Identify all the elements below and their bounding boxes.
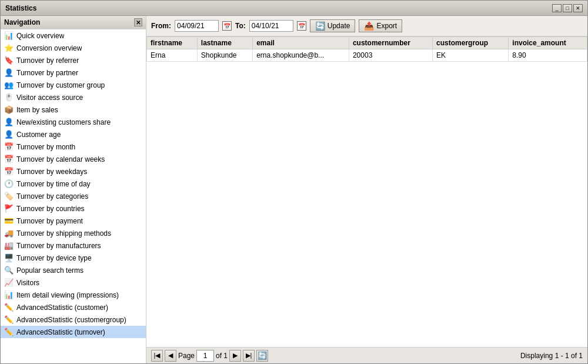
sidebar-close-button[interactable]: ✕ [134, 18, 142, 26]
turnover-payment-icon: 💳 [4, 216, 14, 225]
advanced-customergroup-label: AdvancedStatistic (customergroup) [16, 316, 126, 324]
turnover-month-label: Turnover by month [16, 143, 75, 151]
item-detail-label: Item detail viewing (impressions) [16, 291, 119, 299]
col-header-firstname: firstname [147, 37, 198, 49]
status-text: Displaying 1 - 1 of 1 [520, 352, 583, 360]
sidebar-item-turnover-customer-group[interactable]: 👥Turnover by customer group [1, 79, 146, 91]
refresh-button[interactable]: 🔄 [256, 350, 268, 362]
item-by-sales-icon: 📦 [4, 105, 14, 114]
sidebar-item-turnover-partner[interactable]: 👤Turnover by partner [1, 66, 146, 79]
prev-page-button[interactable]: ◀ [165, 350, 176, 362]
main-area: From: 📅 To: 📅 🔄 Update 📤 Export [146, 16, 587, 363]
page-label: Page [178, 352, 195, 360]
cell-lastname: Shopkunde [197, 49, 252, 62]
sidebar-item-popular-search[interactable]: 🔍Popular search terms [1, 264, 146, 276]
close-button[interactable]: ✕ [573, 4, 583, 12]
table-body: ErnaShopkundeerna.shopkunde@b...20003EK8… [147, 49, 587, 62]
from-calendar-icon[interactable]: 📅 [222, 21, 232, 31]
advanced-customer-icon: ✏️ [4, 303, 14, 312]
turnover-weekdays-icon: 📅 [4, 167, 14, 176]
item-by-sales-label: Item by sales [16, 106, 58, 114]
export-icon: 📤 [364, 21, 374, 31]
sidebar-item-advanced-customergroup[interactable]: ✏️AdvancedStatistic (customergroup) [1, 313, 146, 326]
from-date-input[interactable] [175, 20, 219, 32]
sidebar-item-customer-age[interactable]: 👤Customer age [1, 128, 146, 141]
sidebar-item-item-by-sales[interactable]: 📦Item by sales [1, 103, 146, 116]
customer-age-icon: 👤 [4, 130, 14, 139]
update-icon: 🔄 [315, 21, 325, 31]
sidebar-header: Navigation ✕ [1, 16, 146, 29]
new-existing-customers-label: New/existing customers share [16, 118, 111, 126]
turnover-device-label: Turnover by device type [16, 254, 92, 262]
next-page-button[interactable]: ▶ [229, 350, 241, 362]
turnover-countries-label: Turnover by countries [16, 205, 85, 213]
turnover-referrer-label: Turnover by referrer [16, 56, 79, 65]
cell-firstname: Erna [147, 49, 198, 62]
table-header-row: firstnamelastnameemailcustomernumbercust… [147, 37, 587, 49]
sidebar-item-visitors[interactable]: 📈Visitors [1, 276, 146, 289]
turnover-categories-icon: 🏷️ [4, 192, 14, 201]
sidebar-item-advanced-turnover[interactable]: ✏️AdvancedStatistic (turnover) [1, 326, 146, 338]
turnover-customer-group-icon: 👥 [4, 81, 14, 89]
sidebar-item-turnover-payment[interactable]: 💳Turnover by payment [1, 215, 146, 227]
turnover-weekdays-label: Turnover by weekdays [16, 168, 87, 176]
advanced-turnover-label: AdvancedStatistic (turnover) [16, 328, 105, 336]
sidebar-item-turnover-manufacturers[interactable]: 🏭Turnover by manufacturers [1, 239, 146, 252]
export-button[interactable]: 📤 Export [359, 19, 402, 32]
table-header: firstnamelastnameemailcustomernumbercust… [147, 37, 587, 49]
col-header-customernumber: customernumber [349, 37, 432, 49]
turnover-device-icon: 🖥️ [4, 253, 14, 262]
sidebar-list: 📊Quick overview⭐Conversion overview🔖Turn… [1, 29, 146, 363]
sidebar-item-conversion-overview[interactable]: ⭐Conversion overview [1, 42, 146, 54]
turnover-month-icon: 📅 [4, 142, 14, 151]
turnover-countries-icon: 🚩 [4, 204, 14, 213]
toolbar: From: 📅 To: 📅 🔄 Update 📤 Export [146, 16, 587, 36]
turnover-manufacturers-icon: 🏭 [4, 241, 14, 250]
sidebar-item-advanced-customer[interactable]: ✏️AdvancedStatistic (customer) [1, 301, 146, 313]
title-bar: Statistics _ □ ✕ [1, 1, 587, 16]
item-detail-icon: 📊 [4, 290, 14, 299]
popular-search-label: Popular search terms [16, 266, 83, 275]
advanced-customer-label: AdvancedStatistic (customer) [16, 303, 108, 312]
sidebar-item-visitor-access[interactable]: 🖱️Visitor access source [1, 91, 146, 103]
sidebar-item-turnover-weekdays[interactable]: 📅Turnover by weekdays [1, 165, 146, 178]
sidebar-item-turnover-device[interactable]: 🖥️Turnover by device type [1, 252, 146, 264]
col-header-invoice_amount: invoice_amount [509, 37, 587, 49]
sidebar: Navigation ✕ 📊Quick overview⭐Conversion … [1, 16, 146, 363]
sidebar-header-label: Navigation [4, 18, 40, 26]
turnover-shipping-label: Turnover by shipping methods [16, 229, 111, 238]
sidebar-item-item-detail[interactable]: 📊Item detail viewing (impressions) [1, 289, 146, 301]
export-label: Export [376, 22, 397, 30]
update-button[interactable]: 🔄 Update [310, 19, 356, 32]
sidebar-item-turnover-month[interactable]: 📅Turnover by month [1, 141, 146, 153]
update-label: Update [328, 22, 350, 30]
new-existing-customers-icon: 👤 [4, 118, 14, 126]
first-page-button[interactable]: |◀ [151, 350, 163, 362]
sidebar-item-turnover-categories[interactable]: 🏷️Turnover by categories [1, 190, 146, 202]
turnover-partner-icon: 👤 [4, 68, 14, 77]
sidebar-item-turnover-shipping[interactable]: 🚚Turnover by shipping methods [1, 227, 146, 239]
quick-overview-icon: 📊 [4, 31, 14, 40]
sidebar-item-quick-overview[interactable]: 📊Quick overview [1, 29, 146, 42]
page-number-input[interactable] [196, 350, 214, 362]
col-header-lastname: lastname [197, 37, 252, 49]
to-date-input[interactable] [249, 20, 293, 32]
minimize-button[interactable]: _ [552, 4, 562, 12]
to-calendar-icon[interactable]: 📅 [297, 21, 306, 31]
cell-email: erna.shopkunde@b... [253, 49, 349, 62]
turnover-payment-label: Turnover by payment [16, 217, 83, 225]
restore-button[interactable]: □ [563, 4, 572, 12]
sidebar-item-turnover-time-of-day[interactable]: 🕐Turnover by time of day [1, 178, 146, 190]
sidebar-item-turnover-referrer[interactable]: 🔖Turnover by referrer [1, 54, 146, 66]
sidebar-item-turnover-calendar-weeks[interactable]: 📅Turnover by calendar weeks [1, 153, 146, 165]
turnover-partner-label: Turnover by partner [16, 69, 78, 77]
main-window: Statistics _ □ ✕ Navigation ✕ 📊Quick ove… [0, 0, 588, 364]
sidebar-item-turnover-countries[interactable]: 🚩Turnover by countries [1, 202, 146, 215]
advanced-turnover-icon: ✏️ [4, 328, 14, 336]
of-label: of 1 [216, 352, 228, 360]
visitor-access-icon: 🖱️ [4, 93, 14, 102]
last-page-button[interactable]: ▶| [243, 350, 255, 362]
sidebar-item-new-existing-customers[interactable]: 👤New/existing customers share [1, 116, 146, 128]
turnover-categories-label: Turnover by categories [16, 192, 88, 201]
cell-customergroup: EK [433, 49, 509, 62]
